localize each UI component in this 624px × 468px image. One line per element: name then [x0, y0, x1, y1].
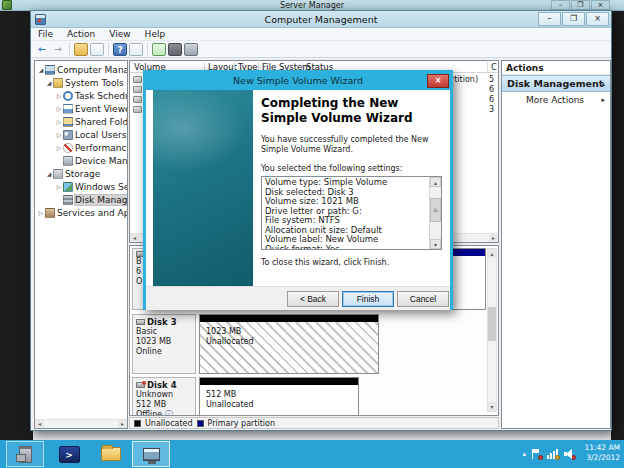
- taskbar-computer-management-button[interactable]: [132, 441, 170, 467]
- scroll-left-icon[interactable]: ◂: [130, 234, 139, 242]
- wizard-heading: Completing the New Simple Volume Wizard: [261, 96, 441, 126]
- volume-row-icon[interactable]: [133, 96, 142, 103]
- sm-minimize-button[interactable]: –: [551, 0, 570, 10]
- disk4-unallocated-region[interactable]: 512 MB Unallocated: [199, 377, 359, 416]
- scroll-up-icon[interactable]: ▴: [488, 249, 496, 258]
- taskbar-powershell-button[interactable]: >: [52, 441, 86, 467]
- scrollbar-thumb[interactable]: [488, 307, 496, 341]
- tree-item-computer-management[interactable]: ◢ Computer Management (Local: [37, 63, 127, 76]
- tree-item-event-viewer[interactable]: ▷ Event Viewer: [37, 102, 127, 115]
- back-icon[interactable]: ←: [35, 43, 49, 56]
- tree-expander[interactable]: ▷: [55, 144, 63, 151]
- volume-row-icon[interactable]: [133, 86, 142, 93]
- tree-item-device-manager[interactable]: Device Manager: [37, 154, 127, 167]
- maximize-button[interactable]: ❐: [562, 12, 585, 26]
- tree-horizontal-scrollbar[interactable]: ◂ ▸: [35, 419, 127, 428]
- scrollbar-thumb[interactable]: ≡: [430, 198, 441, 222]
- tree-expander[interactable]: ▷: [55, 183, 63, 190]
- settings-scrollbar[interactable]: ▴ ≡ ▾: [429, 177, 441, 249]
- scroll-down-icon[interactable]: ▾: [488, 402, 496, 411]
- help-icon[interactable]: ?: [113, 43, 127, 56]
- menu-file[interactable]: File: [31, 29, 60, 39]
- server-manager-icon: [2, 0, 12, 10]
- finish-button[interactable]: Finish: [342, 291, 394, 307]
- close-button[interactable]: ×: [586, 12, 609, 26]
- scroll-right-icon[interactable]: ▸: [489, 234, 498, 242]
- toolbar: ← → ?: [31, 41, 611, 58]
- console-window-icon[interactable]: [129, 43, 143, 56]
- network-status-icon[interactable]: [547, 449, 558, 459]
- tree-expander[interactable]: ◢: [45, 170, 53, 177]
- volume-capacity-fragment: 3: [489, 105, 494, 114]
- tree-expander[interactable]: ◢: [37, 66, 45, 73]
- tree-expander[interactable]: ▷: [55, 92, 63, 99]
- tree-item-performance[interactable]: ▷ Performance: [37, 141, 127, 154]
- info-icon: ⓘ: [165, 410, 173, 416]
- actions-header: Actions: [502, 61, 610, 75]
- tree-item-services-applications[interactable]: ▷ Services and Applications: [37, 206, 127, 219]
- unallocated-color-swatch: [134, 420, 141, 427]
- disk-row-4[interactable]: Disk 4 Unknown 512 MB Offline ⓘ 512 MB U…: [132, 377, 488, 416]
- disk3-size: 1023 MB: [136, 337, 192, 347]
- taskbar: > ▴ 11:42 AM 3/2/2012: [0, 440, 624, 468]
- sm-close-button[interactable]: ×: [591, 0, 610, 10]
- collapse-icon[interactable]: ▴: [601, 76, 605, 92]
- window-titlebar[interactable]: Computer Management – ❐ ×: [31, 11, 611, 28]
- wizard-titlebar[interactable]: New Simple Volume Wizard ×: [146, 73, 450, 90]
- scroll-up-icon[interactable]: ▴: [430, 177, 441, 187]
- cancel-button[interactable]: Cancel: [397, 291, 449, 307]
- volume-muted-icon[interactable]: [564, 449, 574, 459]
- taskbar-file-explorer-button[interactable]: [94, 441, 128, 467]
- tree-expander[interactable]: ▷: [37, 209, 45, 216]
- tree-item-shared-folders[interactable]: ▷ Shared Folders: [37, 115, 127, 128]
- legend-primary-partition: Primary partition: [208, 419, 275, 428]
- wizard-settings-listbox[interactable]: Volume type: Simple Volume Disk selected…: [261, 176, 442, 250]
- disk4-region-size: 512 MB: [206, 390, 254, 400]
- volume-row-icon[interactable]: [133, 76, 142, 83]
- menu-action[interactable]: Action: [60, 29, 102, 39]
- show-hidden-icons-button[interactable]: ▴: [522, 450, 526, 458]
- wizard-close-button[interactable]: ×: [427, 74, 449, 88]
- tree-item-local-users[interactable]: ▷ Local Users and Groups: [37, 128, 127, 141]
- menu-help[interactable]: Help: [138, 29, 173, 39]
- forward-icon[interactable]: →: [51, 43, 65, 56]
- properties-icon[interactable]: [168, 43, 182, 56]
- disk3-label[interactable]: Disk 3 Basic 1023 MB Online: [132, 314, 196, 374]
- disk3-type: Basic: [136, 327, 192, 337]
- disk-view-vertical-scrollbar[interactable]: ▴ ▾: [487, 248, 497, 412]
- unallocated-band: [200, 315, 378, 322]
- tree-expander[interactable]: ◢: [45, 79, 53, 86]
- disk-legend: Unallocated Primary partition: [129, 417, 499, 429]
- taskbar-clock[interactable]: 11:42 AM 3/2/2012: [576, 443, 620, 463]
- tree-item-system-tools[interactable]: ◢ System Tools: [37, 76, 127, 89]
- tree-item-task-scheduler[interactable]: ▷ Task Scheduler: [37, 89, 127, 102]
- tree-item-storage[interactable]: ◢ Storage: [37, 167, 127, 180]
- tree-item-disk-management[interactable]: Disk Management: [37, 193, 127, 206]
- show-console-tree-icon[interactable]: [90, 43, 104, 56]
- tree-expander[interactable]: ▷: [55, 131, 63, 138]
- disk-row-3[interactable]: Disk 3 Basic 1023 MB Online 1023 MB Unal…: [132, 314, 488, 374]
- actions-group-disk-management[interactable]: Disk Management ▴: [502, 75, 610, 92]
- actions-more-actions[interactable]: More Actions ▸: [502, 92, 610, 108]
- system-tray: ▴: [522, 440, 574, 468]
- taskbar-server-manager-button[interactable]: [6, 441, 44, 467]
- action-center-flag-icon[interactable]: [532, 449, 541, 459]
- back-button[interactable]: < Back: [287, 291, 339, 307]
- up-one-level-icon[interactable]: [74, 43, 88, 56]
- tree-expander[interactable]: ▷: [55, 118, 63, 125]
- scroll-left-icon[interactable]: ◂: [35, 420, 44, 428]
- menu-view[interactable]: View: [102, 29, 137, 39]
- sm-maximize-button[interactable]: ❐: [571, 0, 590, 10]
- scroll-down-icon[interactable]: ▾: [430, 239, 441, 249]
- disk3-unallocated-region[interactable]: 1023 MB Unallocated: [199, 314, 379, 374]
- file-explorer-icon: [101, 447, 121, 461]
- scroll-right-icon[interactable]: ▸: [118, 420, 127, 428]
- tree-expander[interactable]: ▷: [55, 105, 63, 112]
- minimize-button[interactable]: –: [538, 12, 561, 26]
- disk4-label[interactable]: Disk 4 Unknown 512 MB Offline ⓘ: [132, 377, 196, 416]
- disk-tools-icon[interactable]: [184, 43, 198, 56]
- tree-item-windows-server-backup[interactable]: ▷ Windows Server Backup: [37, 180, 127, 193]
- column-capacity[interactable]: C: [491, 62, 497, 72]
- refresh-icon[interactable]: [152, 43, 166, 56]
- volume-row-icon[interactable]: [133, 106, 142, 113]
